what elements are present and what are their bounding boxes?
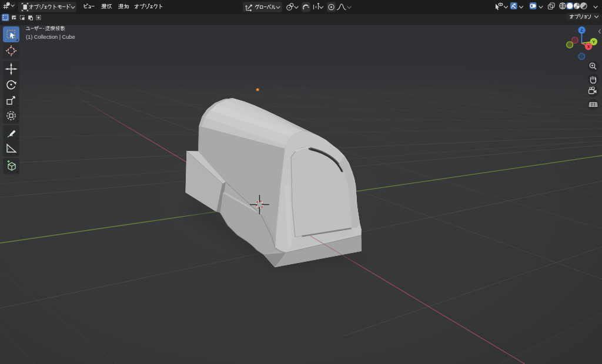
svg-text:Z: Z — [580, 28, 583, 32]
svg-text:Y: Y — [593, 40, 596, 44]
svg-text:(1) Collection | Cube: (1) Collection | Cube — [26, 34, 75, 40]
svg-text:X: X — [587, 45, 590, 49]
